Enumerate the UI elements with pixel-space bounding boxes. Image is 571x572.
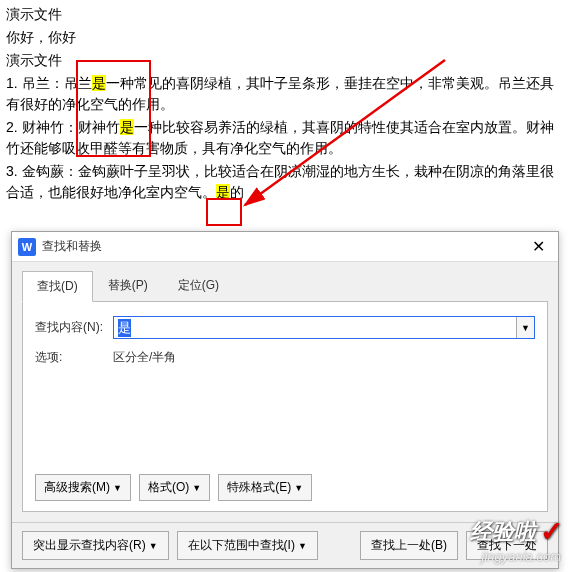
- dialog-title: 查找和替换: [42, 238, 518, 255]
- options-value: 区分全/半角: [113, 349, 176, 366]
- line: 你好，你好: [6, 27, 565, 48]
- close-button[interactable]: ✕: [518, 232, 558, 262]
- tab-goto[interactable]: 定位(G): [163, 270, 234, 301]
- find-previous-button[interactable]: 查找上一处(B): [360, 531, 458, 560]
- paragraph-1: 1. 吊兰：吊兰是一种常见的喜阴绿植，其叶子呈条形，垂挂在空中，非常美观。吊兰还…: [6, 73, 565, 115]
- find-label: 查找内容(N):: [35, 319, 113, 336]
- format-button[interactable]: 格式(O)▼: [139, 474, 210, 501]
- chevron-down-icon: ▼: [294, 483, 303, 493]
- search-in-range-button[interactable]: 在以下范围中查找(I)▼: [177, 531, 318, 560]
- dialog-titlebar[interactable]: W 查找和替换 ✕: [12, 232, 558, 262]
- find-input-combo[interactable]: ▼: [113, 316, 535, 339]
- tab-strip: 查找(D) 替换(P) 定位(G): [12, 262, 558, 301]
- paragraph-2: 2. 财神竹：财神竹是一种比较容易养活的绿植，其喜阴的特性使其适合在室内放置。财…: [6, 117, 565, 159]
- tab-replace[interactable]: 替换(P): [93, 270, 163, 301]
- advanced-search-button[interactable]: 高级搜索(M)▼: [35, 474, 131, 501]
- app-icon: W: [18, 238, 36, 256]
- line: 演示文件: [6, 50, 565, 71]
- find-next-button[interactable]: 查找下一处: [466, 531, 548, 560]
- chevron-down-icon: ▼: [192, 483, 201, 493]
- tab-find[interactable]: 查找(D): [22, 271, 93, 302]
- highlight: 是: [216, 184, 230, 200]
- options-label: 选项:: [35, 349, 113, 366]
- special-format-button[interactable]: 特殊格式(E)▼: [218, 474, 312, 501]
- chevron-down-icon: ▼: [149, 541, 158, 551]
- find-replace-dialog: W 查找和替换 ✕ 查找(D) 替换(P) 定位(G) 查找内容(N): ▼ 选…: [11, 231, 559, 569]
- tab-panel-find: 查找内容(N): ▼ 选项: 区分全/半角 高级搜索(M)▼ 格式(O)▼ 特殊…: [22, 301, 548, 512]
- highlight: 是: [92, 75, 106, 91]
- document-content: 演示文件 你好，你好 演示文件 1. 吊兰：吊兰是一种常见的喜阴绿植，其叶子呈条…: [0, 0, 571, 203]
- chevron-down-icon: ▼: [298, 541, 307, 551]
- paragraph-3: 3. 金钩蕨：金钩蕨叶子呈羽状，比较适合在阴凉潮湿的地方生长，栽种在阴凉的角落里…: [6, 161, 565, 203]
- chevron-down-icon: ▼: [113, 483, 122, 493]
- dropdown-icon[interactable]: ▼: [516, 317, 534, 338]
- highlight-results-button[interactable]: 突出显示查找内容(R)▼: [22, 531, 169, 560]
- find-input[interactable]: [114, 317, 516, 338]
- highlight: 是: [120, 119, 134, 135]
- dialog-footer: 突出显示查找内容(R)▼ 在以下范围中查找(I)▼ 查找上一处(B) 查找下一处: [12, 522, 558, 568]
- line: 演示文件: [6, 4, 565, 25]
